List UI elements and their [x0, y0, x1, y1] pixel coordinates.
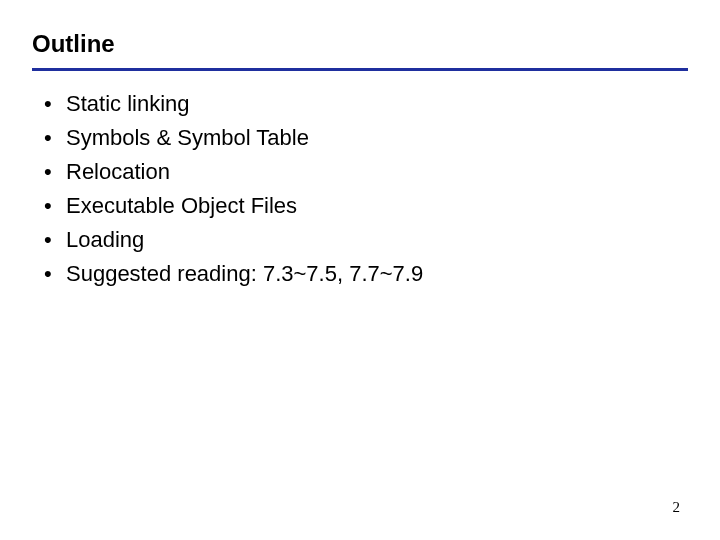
bullet-icon: •	[44, 121, 66, 155]
bullet-icon: •	[44, 87, 66, 121]
list-item: • Suggested reading: 7.3~7.5, 7.7~7.9	[44, 257, 688, 291]
list-item: • Relocation	[44, 155, 688, 189]
list-item-label: Suggested reading: 7.3~7.5, 7.7~7.9	[66, 257, 423, 291]
list-item-label: Loading	[66, 223, 144, 257]
list-item-label: Symbols & Symbol Table	[66, 121, 309, 155]
outline-list: • Static linking • Symbols & Symbol Tabl…	[32, 87, 688, 292]
bullet-icon: •	[44, 155, 66, 189]
list-item: • Static linking	[44, 87, 688, 121]
list-item-label: Executable Object Files	[66, 189, 297, 223]
list-item-label: Relocation	[66, 155, 170, 189]
slide-title: Outline	[32, 30, 688, 58]
bullet-icon: •	[44, 257, 66, 291]
title-underline	[32, 68, 688, 71]
list-item: • Executable Object Files	[44, 189, 688, 223]
bullet-icon: •	[44, 223, 66, 257]
page-number: 2	[673, 499, 681, 516]
list-item: • Loading	[44, 223, 688, 257]
list-item: • Symbols & Symbol Table	[44, 121, 688, 155]
slide: Outline • Static linking • Symbols & Sym…	[0, 0, 720, 540]
list-item-label: Static linking	[66, 87, 190, 121]
bullet-icon: •	[44, 189, 66, 223]
